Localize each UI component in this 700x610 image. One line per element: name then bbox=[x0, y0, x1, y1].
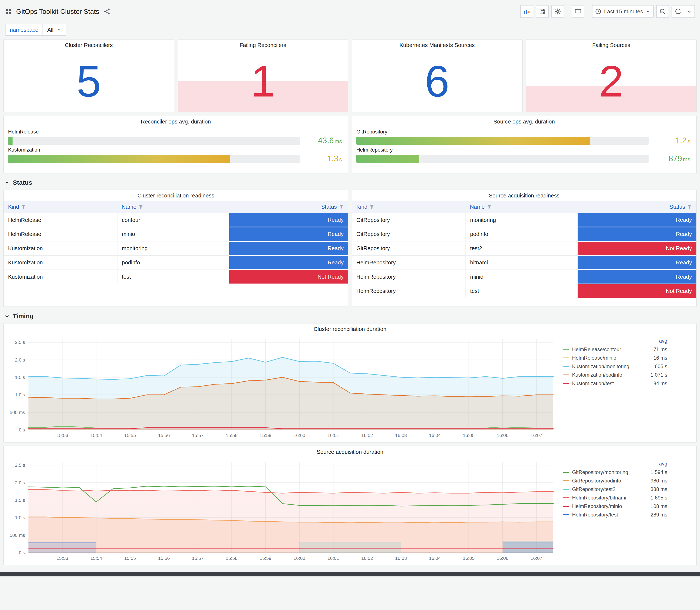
panel-title[interactable]: Cluster Reconcilers bbox=[4, 39, 174, 51]
legend-item[interactable]: HelmRepository/bitnami1.695 s bbox=[563, 494, 667, 502]
column-header-kind[interactable]: Kind bbox=[352, 201, 466, 213]
panel-source-ops-duration: Source ops avg. duration GitRepository 1… bbox=[352, 116, 697, 174]
save-dashboard-button[interactable] bbox=[536, 5, 549, 18]
svg-text:2.0 s: 2.0 s bbox=[15, 357, 25, 363]
series-name: HelmRelease/minio bbox=[572, 355, 616, 361]
monitor-icon bbox=[575, 8, 582, 15]
apps-grid-icon[interactable] bbox=[5, 8, 12, 15]
svg-text:15:56: 15:56 bbox=[158, 556, 170, 561]
time-series-plot[interactable]: 15:5315:5415:5515:5615:5715:5815:5916:00… bbox=[6, 335, 557, 439]
svg-text:16:03: 16:03 bbox=[395, 556, 407, 561]
refresh-button[interactable] bbox=[671, 5, 684, 18]
legend-item[interactable]: HelmRelease/contour71 ms bbox=[563, 345, 667, 354]
gauge-label: HelmRelease bbox=[8, 129, 342, 135]
svg-text:16:01: 16:01 bbox=[327, 433, 339, 438]
zoom-out-time-button[interactable] bbox=[656, 5, 669, 18]
series-name: Kustomization/podinfo bbox=[572, 372, 622, 378]
series-name: HelmRelease/contour bbox=[572, 347, 621, 352]
svg-text:15:56: 15:56 bbox=[158, 433, 170, 438]
cycle-view-mode-button[interactable] bbox=[572, 5, 584, 18]
series-color-dash bbox=[563, 497, 569, 498]
gauge-row-helmrepository: HelmRepository 879ms bbox=[352, 145, 696, 163]
svg-text:0 s: 0 s bbox=[19, 427, 25, 433]
section-status[interactable]: Status bbox=[4, 179, 696, 186]
gauge-bar bbox=[356, 155, 419, 163]
readiness-table: Kind Name Status HelmRelease contour Rea… bbox=[4, 201, 348, 284]
series-avg-value: 84 ms bbox=[653, 381, 667, 386]
filter-icon bbox=[370, 205, 374, 209]
series-avg-value: 289 ms bbox=[650, 512, 667, 518]
series-avg-value: 1.071 s bbox=[650, 372, 667, 378]
gauge-value: 43.6ms bbox=[305, 136, 342, 145]
filter-icon bbox=[139, 205, 143, 209]
refresh-icon bbox=[674, 8, 681, 15]
svg-text:500 ms: 500 ms bbox=[10, 533, 25, 538]
legend-item[interactable]: Kustomization/test84 ms bbox=[563, 379, 667, 388]
svg-text:15:58: 15:58 bbox=[226, 433, 238, 438]
table-row: Kustomization monitoring Ready bbox=[4, 241, 348, 256]
variable-namespace-select[interactable]: All bbox=[43, 24, 66, 36]
add-panel-button[interactable] bbox=[520, 5, 533, 18]
table-row: HelmRepository bitnami Ready bbox=[352, 256, 696, 270]
series-color-dash bbox=[563, 383, 569, 384]
column-header-name[interactable]: Name bbox=[117, 201, 229, 213]
panel-failing-reconcilers: Failing Reconcilers 1 bbox=[178, 39, 348, 112]
panel-title[interactable]: Cluster reconciliation duration bbox=[4, 323, 696, 335]
panel-title[interactable]: Failing Reconcilers bbox=[178, 39, 348, 51]
series-name: GitRepository/podinfo bbox=[572, 478, 621, 484]
panel-title[interactable]: Cluster reconciliation readiness bbox=[4, 190, 348, 201]
stat-value: 2 bbox=[526, 51, 696, 112]
cell-name: bitnami bbox=[466, 256, 577, 270]
dashboard-settings-button[interactable] bbox=[551, 5, 564, 18]
gauge-value: 1.3s bbox=[305, 154, 342, 163]
svg-text:16:02: 16:02 bbox=[361, 556, 373, 561]
panel-title[interactable]: Kubernetes Manifests Sources bbox=[352, 39, 522, 51]
status-badge: Ready bbox=[229, 256, 348, 270]
cell-name: podinfo bbox=[466, 227, 577, 241]
gauge-bar bbox=[8, 155, 230, 163]
time-range-picker[interactable]: Last 15 minutes bbox=[592, 5, 654, 18]
svg-text:16:02: 16:02 bbox=[361, 433, 373, 438]
table-row: HelmRelease minio Ready bbox=[4, 227, 348, 241]
legend-item[interactable]: GitRepository/monitoring1.594 s bbox=[563, 468, 667, 477]
series-name: HelmRepository/bitnami bbox=[572, 495, 626, 501]
legend-avg-header[interactable]: avg bbox=[563, 461, 667, 467]
svg-text:2.0 s: 2.0 s bbox=[15, 480, 25, 485]
status-badge: Ready bbox=[577, 256, 696, 270]
legend-avg-header[interactable]: avg bbox=[563, 338, 667, 344]
column-header-status[interactable]: Status bbox=[577, 201, 696, 213]
cell-kind: GitRepository bbox=[352, 227, 466, 241]
column-header-kind[interactable]: Kind bbox=[4, 201, 117, 213]
series-avg-value: 1.594 s bbox=[650, 469, 667, 475]
table-row: Kustomization test Not Ready bbox=[4, 270, 348, 284]
share-icon[interactable] bbox=[103, 8, 110, 15]
status-badge: Not Ready bbox=[577, 241, 696, 256]
panel-kubernetes-manifests-sources: Kubernetes Manifests Sources 6 bbox=[352, 39, 523, 112]
variable-namespace-label[interactable]: namespace bbox=[5, 24, 43, 36]
panel-title[interactable]: Source ops avg. duration bbox=[352, 116, 696, 127]
time-series-plot[interactable]: 15:5315:5415:5515:5615:5715:5815:5916:00… bbox=[6, 458, 557, 562]
status-badge: Ready bbox=[577, 227, 696, 241]
legend-item[interactable]: GitRepository/podinfo980 ms bbox=[563, 477, 667, 485]
series-color-dash bbox=[563, 366, 569, 367]
panel-title[interactable]: Reconciler ops avg. duration bbox=[4, 116, 348, 127]
stats-row: Cluster Reconcilers 5 Failing Reconciler… bbox=[3, 39, 697, 112]
legend-item[interactable]: HelmRepository/minio108 ms bbox=[563, 502, 667, 511]
legend-item[interactable]: HelmRepository/test289 ms bbox=[563, 511, 667, 519]
refresh-interval-dropdown[interactable] bbox=[684, 5, 695, 18]
section-timing[interactable]: Timing bbox=[4, 312, 696, 320]
stat-value: 1 bbox=[178, 51, 348, 112]
panel-title[interactable]: Failing Sources bbox=[526, 39, 696, 51]
series-color-dash bbox=[563, 374, 569, 375]
column-header-status[interactable]: Status bbox=[229, 201, 348, 213]
legend-item[interactable]: Kustomization/monitoring1.605 s bbox=[563, 362, 667, 371]
panel-title[interactable]: Source acquisition readiness bbox=[352, 190, 696, 201]
gauge-label: Kustomization bbox=[8, 147, 342, 153]
svg-text:2.5 s: 2.5 s bbox=[15, 340, 25, 345]
column-header-name[interactable]: Name bbox=[466, 201, 577, 213]
gear-icon bbox=[554, 8, 561, 15]
panel-title[interactable]: Source acquisition duration bbox=[4, 446, 696, 458]
legend-item[interactable]: Kustomization/podinfo1.071 s bbox=[563, 371, 667, 379]
legend-item[interactable]: HelmRelease/minio16 ms bbox=[563, 354, 667, 362]
legend-item[interactable]: GitRepository/test2338 ms bbox=[563, 485, 667, 494]
